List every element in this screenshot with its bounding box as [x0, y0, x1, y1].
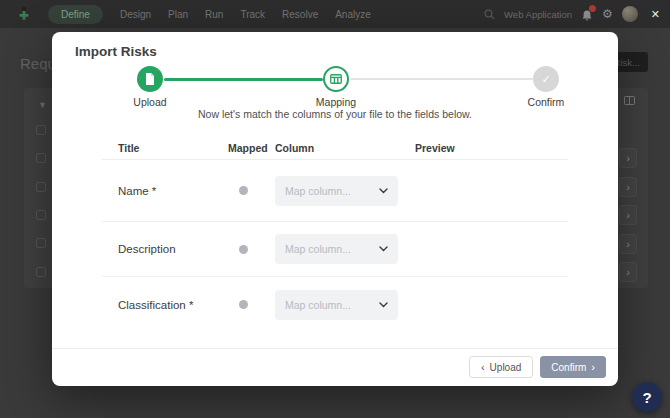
table-icon — [330, 74, 342, 84]
select-placeholder: Map column... — [285, 243, 351, 255]
header-title: Title — [118, 142, 228, 154]
back-upload-button[interactable]: ‹ Upload — [469, 356, 533, 378]
row-checkbox[interactable] — [36, 125, 46, 135]
project-selector[interactable]: Web Application — [504, 9, 572, 20]
chevron-left-icon: ‹ — [481, 362, 485, 373]
step-mapping-circle[interactable] — [323, 66, 349, 92]
mapping-row-name: Name * Map column... — [102, 160, 568, 222]
field-title: Description — [118, 243, 228, 255]
field-title: Name * — [118, 185, 228, 197]
back-button-label: Upload — [490, 362, 522, 373]
map-column-select[interactable]: Map column... — [275, 234, 398, 264]
app-screen: Define Design Plan Run Track Resolve Ana… — [0, 0, 670, 418]
select-placeholder: Map column... — [285, 299, 351, 311]
help-button[interactable]: ? — [632, 382, 662, 412]
nav-item-resolve[interactable]: Resolve — [282, 9, 318, 20]
row-checkbox[interactable] — [36, 153, 46, 163]
chevron-down-icon — [379, 246, 388, 252]
step-confirm-circle[interactable]: ✓ — [533, 66, 559, 92]
notifications-button[interactable] — [581, 8, 593, 21]
app-logo-icon — [16, 6, 32, 22]
filter-icon[interactable]: ▼ — [38, 100, 47, 110]
step-mapping-label: Mapping — [296, 96, 376, 108]
nav-item-analyze[interactable]: Analyze — [335, 9, 371, 20]
check-icon: ✓ — [541, 73, 550, 86]
nav-item-run[interactable]: Run — [205, 9, 223, 20]
step-confirm-label: Confirm — [506, 96, 586, 108]
map-column-select[interactable]: Map column... — [275, 290, 398, 320]
step-upload-circle[interactable] — [137, 66, 163, 92]
file-icon — [145, 73, 155, 85]
mapping-row-classification: Classification * Map column... — [102, 277, 568, 332]
import-risks-modal: Import Risks ✓ Upload Mapping Confirm No… — [52, 32, 618, 386]
header-preview: Preview — [415, 142, 568, 154]
mapped-status-dot — [239, 300, 248, 309]
row-expand-chevron[interactable]: › — [619, 234, 637, 254]
navbar-right: Web Application ⚙ ✕ — [484, 6, 660, 22]
nav-menu: Define Design Plan Run Track Resolve Ana… — [48, 5, 371, 24]
columns-icon[interactable] — [624, 96, 635, 105]
mapping-row-description: Description Map column... — [102, 222, 568, 277]
mapped-status-dot — [239, 245, 248, 254]
search-icon[interactable] — [484, 9, 495, 20]
row-expand-chevron[interactable]: › — [619, 177, 637, 197]
modal-footer: ‹ Upload Confirm › — [469, 356, 606, 378]
modal-close-icon[interactable]: ✕ — [651, 8, 660, 21]
settings-gear-icon[interactable]: ⚙ — [602, 8, 613, 20]
stepper-connector-done — [164, 78, 323, 81]
user-avatar[interactable] — [622, 6, 638, 22]
field-title: Classification * — [118, 299, 228, 311]
confirm-button[interactable]: Confirm › — [540, 356, 606, 378]
confirm-button-label: Confirm — [551, 362, 586, 373]
mapping-table-header: Title Mapped Column Preview — [102, 137, 568, 160]
notification-badge — [589, 5, 596, 12]
step-upload-label: Upload — [110, 96, 190, 108]
header-column: Column — [275, 142, 415, 154]
map-column-select[interactable]: Map column... — [275, 176, 398, 206]
footer-divider — [52, 348, 618, 349]
row-expand-chevron[interactable]: › — [619, 148, 637, 168]
nav-item-track[interactable]: Track — [240, 9, 265, 20]
row-expand-chevron[interactable]: › — [619, 205, 637, 225]
nav-item-define[interactable]: Define — [48, 5, 103, 24]
header-mapped: Mapped — [228, 142, 275, 154]
chevron-right-icon: › — [591, 362, 595, 373]
row-checkbox[interactable] — [36, 238, 46, 248]
nav-item-plan[interactable]: Plan — [168, 9, 188, 20]
mapped-status-dot — [239, 186, 248, 195]
top-navbar: Define Design Plan Run Track Resolve Ana… — [0, 0, 670, 28]
stepper-connector-pending — [350, 78, 533, 80]
mapping-instruction: Now let's match the columns of your file… — [52, 108, 618, 120]
row-checkbox[interactable] — [36, 267, 46, 277]
select-placeholder: Map column... — [285, 185, 351, 197]
modal-title: Import Risks — [75, 44, 157, 59]
mapping-table: Title Mapped Column Preview Name * Map c… — [102, 137, 568, 332]
row-checkbox[interactable] — [36, 182, 46, 192]
chevron-down-icon — [379, 302, 388, 308]
row-checkbox[interactable] — [36, 210, 46, 220]
row-expand-chevron[interactable]: › — [619, 262, 637, 282]
chevron-down-icon — [379, 188, 388, 194]
nav-item-design[interactable]: Design — [120, 9, 151, 20]
